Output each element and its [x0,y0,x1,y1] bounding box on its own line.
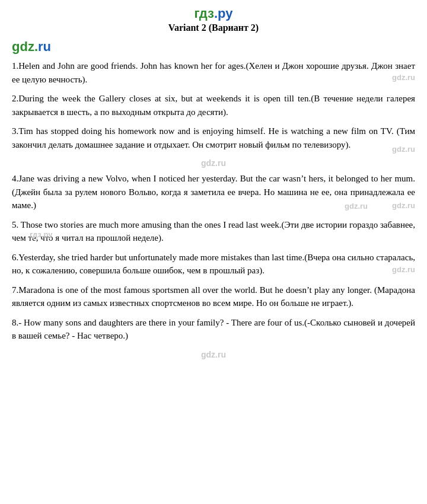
paragraph-2-text: 2.During the week the Gallery closes at … [12,94,415,117]
top-logo-ru: .ру [214,6,233,21]
logo-ru: ru [38,39,51,54]
paragraph-5-text: 5. Those two stories are much more amusi… [12,220,415,243]
content-area: 1.Helen and John are good friends. John … [12,59,415,361]
logo-gdz: gdz [12,39,34,54]
watermark-bottom: gdz.ru [12,349,415,361]
paragraph-7: 7.Maradona is one of the most famous spo… [12,283,415,310]
paragraph-8: 8.- How many sons and daughters are ther… [12,316,415,343]
paragraph-4-text: 4.Jane was driving a new Volvo, when I n… [12,174,415,210]
main-logo: gdz.ru [12,39,51,55]
paragraph-2: 2.During the week the Gallery closes at … [12,92,415,119]
paragraph-1: 1.Helen and John are good friends. John … [12,59,415,86]
paragraph-6: 6.Yesterday, she tried harder but unfort… [12,251,415,277]
watermark-4a: gdz.ru [345,200,368,212]
variant-title-text: Variant 2 (Вариант 2) [168,23,259,33]
watermark-block-1: gdz.ru [12,157,415,170]
paragraph-1-text: 1.Helen and John are good friends. John … [12,61,415,84]
variant-title: Variant 2 (Вариант 2) [12,23,415,33]
paragraph-8-text: 8.- How many sons and daughters are ther… [12,318,415,341]
watermark-4b: gdz.ru [392,200,415,212]
paragraph-5: гдз.ру 5. Those two stories are much mor… [12,218,415,245]
paragraph-7-text: 7.Maradona is one of the most famous spo… [12,285,415,308]
top-logo-gdz: гдз [195,6,215,21]
watermark-3: gdz.ru [392,143,415,155]
paragraph-6-text: 6.Yesterday, she tried harder but unfort… [12,253,415,276]
watermark-1: gdz.ru [392,72,415,84]
paragraph-3-text: 3.Tim has stopped doing his homework now… [12,126,415,149]
watermark-6: gdz.ru [392,264,415,276]
paragraph-3: 3.Tim has stopped doing his homework now… [12,125,415,151]
paragraph-4: 4.Jane was driving a new Volvo, when I n… [12,172,415,212]
top-site-label: гдз.ру [12,6,415,21]
